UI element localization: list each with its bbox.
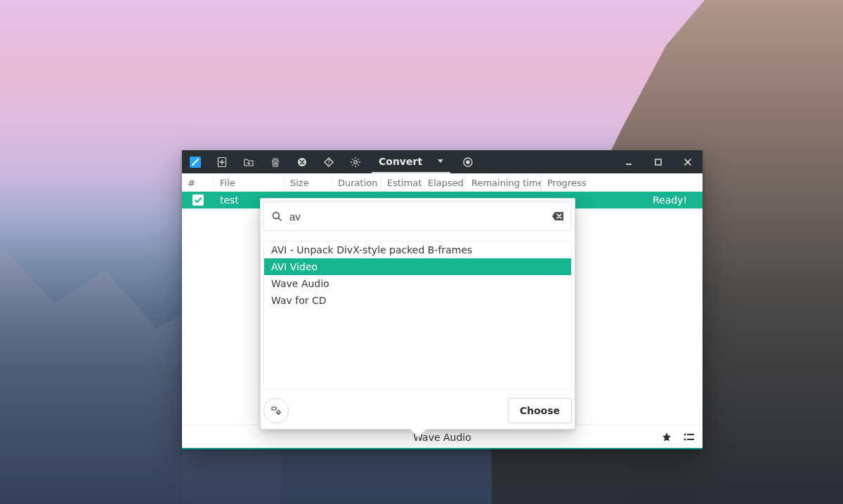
search-row: [263, 201, 572, 231]
format-option-label: AVI - Unpack DivX-style packed B-frames: [271, 244, 472, 256]
column-file[interactable]: File: [214, 173, 285, 192]
add-file-button[interactable]: [209, 150, 235, 173]
column-elapsed[interactable]: Elapsed t: [422, 173, 466, 192]
minimize-button[interactable]: [614, 150, 643, 173]
close-button[interactable]: [673, 150, 702, 173]
settings-button[interactable]: [342, 150, 369, 173]
svg-line-10: [352, 159, 353, 159]
svg-text:?: ?: [327, 159, 331, 166]
svg-rect-19: [687, 434, 694, 435]
format-list: AVI - Unpack DivX-style packed B-frames …: [263, 241, 572, 390]
action-menu[interactable]: Convert: [372, 150, 450, 173]
chevron-down-icon: [438, 159, 443, 163]
preset-settings-button[interactable]: [263, 398, 289, 423]
row-checkbox[interactable]: [182, 194, 214, 206]
action-menu-label: Convert: [379, 156, 422, 167]
column-remaining[interactable]: Remaining time: [466, 173, 542, 192]
maximize-button[interactable]: [643, 150, 673, 173]
clear-search-icon[interactable]: [551, 211, 564, 221]
add-folder-button[interactable]: [235, 150, 262, 173]
choose-button-label: Choose: [520, 405, 560, 416]
format-option-label: Wav for CD: [271, 295, 327, 306]
format-option[interactable]: AVI Video: [264, 258, 571, 275]
titlebar[interactable]: ? Convert: [182, 150, 702, 173]
footer-underline: [182, 448, 702, 449]
format-option-label: AVI Video: [271, 261, 318, 272]
format-option[interactable]: Wave Audio: [264, 275, 571, 292]
svg-line-12: [358, 159, 358, 159]
list-view-button[interactable]: [679, 427, 700, 448]
svg-point-5: [354, 160, 358, 164]
format-option[interactable]: AVI - Unpack DivX-style packed B-frames: [264, 241, 571, 258]
svg-point-18: [684, 434, 686, 436]
app-logo-icon: [182, 150, 209, 173]
svg-rect-17: [655, 159, 661, 165]
delete-button[interactable]: [262, 150, 289, 173]
svg-rect-21: [687, 439, 694, 440]
choose-button[interactable]: Choose: [508, 398, 572, 423]
svg-rect-24: [272, 407, 276, 410]
column-estimate[interactable]: Estimate: [381, 173, 422, 192]
format-option-label: Wave Audio: [271, 278, 329, 289]
help-button[interactable]: ?: [315, 150, 342, 173]
column-duration[interactable]: Duration: [332, 173, 381, 192]
column-size[interactable]: Size: [285, 173, 332, 192]
column-number[interactable]: #: [182, 173, 214, 192]
record-button[interactable]: [455, 150, 481, 173]
desktop-wallpaper: ? Convert: [0, 0, 843, 504]
svg-line-13: [352, 164, 353, 165]
checkmark-icon: [192, 194, 204, 206]
format-popover: AVI - Unpack DivX-style packed B-frames …: [260, 198, 575, 430]
svg-line-11: [358, 164, 358, 165]
search-input[interactable]: [288, 210, 546, 223]
format-option[interactable]: Wav for CD: [264, 292, 571, 309]
svg-point-25: [277, 411, 280, 414]
search-icon: [271, 211, 282, 222]
svg-point-15: [466, 160, 470, 164]
column-progress[interactable]: Progress: [542, 173, 702, 192]
favorite-button[interactable]: [656, 427, 677, 448]
svg-line-23: [279, 218, 282, 221]
table-header: # File Size Duration Estimate Elapsed t …: [182, 173, 702, 192]
svg-point-20: [684, 439, 686, 441]
clear-button[interactable]: [289, 150, 315, 173]
